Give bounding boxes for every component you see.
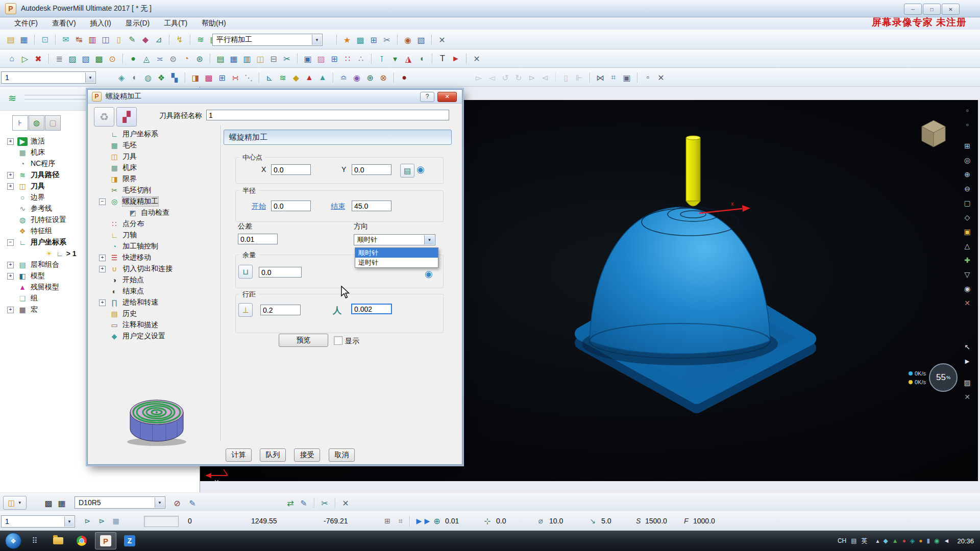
- ime-language[interactable]: CH: [838, 537, 846, 544]
- toolbar-icon[interactable]: ▻: [472, 71, 485, 84]
- dialog-close-button[interactable]: ✕: [437, 92, 457, 102]
- flag-icon[interactable]: ⊳: [82, 515, 93, 527]
- grid-icon[interactable]: ▦: [110, 515, 121, 527]
- viewport-tool-icon[interactable]: ▫: [962, 119, 973, 130]
- toolbar-icon[interactable]: ▲: [316, 71, 329, 84]
- dialog-tree-item[interactable]: ◔ 加工轴控制: [93, 241, 219, 252]
- dialog-tree-item[interactable]: ✂ 毛坯切削: [93, 185, 219, 196]
- toolbar-icon[interactable]: ≋: [276, 71, 289, 84]
- sphere-icon[interactable]: ◉: [416, 164, 425, 175]
- taskbar-browser-button[interactable]: [71, 533, 92, 549]
- toolbar-icon[interactable]: ▧: [414, 33, 428, 46]
- toolbar-icon[interactable]: ↹: [72, 33, 86, 46]
- toolbar-icon[interactable]: ▣: [301, 52, 314, 65]
- expand-toggle-icon[interactable]: +: [7, 262, 14, 268]
- toolbar-combo[interactable]: 1 ▼: [1, 71, 96, 84]
- toolbar-icon[interactable]: ≍: [153, 52, 166, 65]
- toolbar-icon[interactable]: ✉: [59, 33, 72, 46]
- expand-toggle-icon[interactable]: +: [7, 307, 14, 313]
- toolbar-icon[interactable]: ❖: [155, 71, 168, 84]
- toolbar-icon[interactable]: ≣: [53, 52, 66, 65]
- expand-toggle-icon[interactable]: −: [7, 239, 14, 246]
- viewport-tool-icon[interactable]: ✚: [962, 255, 973, 266]
- stepover-input[interactable]: [260, 305, 301, 315]
- toolbar-icon[interactable]: ◆: [289, 71, 303, 84]
- toolbar-icon[interactable]: ⊺: [375, 52, 388, 65]
- toolbar-icon[interactable]: ✂: [318, 496, 331, 510]
- viewport-tool-icon[interactable]: ⊕: [962, 169, 973, 180]
- toolbar-icon[interactable]: ≋: [194, 33, 207, 46]
- toolpath-panel-icon[interactable]: ≋: [5, 91, 19, 105]
- toolbar-icon[interactable]: ✕: [435, 33, 449, 46]
- toolbar-icon[interactable]: ⊗: [377, 71, 390, 84]
- toolbar-icon[interactable]: ▦: [227, 52, 240, 65]
- toolbar-icon[interactable]: ⊞: [367, 33, 380, 46]
- toolbar-icon[interactable]: ⊩: [573, 71, 586, 84]
- toolbar-icon[interactable]: ▨: [314, 52, 328, 65]
- viewport-tool-icon[interactable]: ⊞: [962, 140, 973, 152]
- toolbar-icon[interactable]: ▩: [42, 496, 55, 510]
- tray-icon[interactable]: ▲: [892, 537, 898, 544]
- toolbar-icon[interactable]: ▾: [388, 52, 402, 65]
- expand-toggle-icon[interactable]: −: [99, 198, 106, 205]
- dialog-tree-item[interactable]: ∷ 点分布: [93, 218, 219, 230]
- restore-button[interactable]: □: [923, 4, 941, 15]
- expand-toggle-icon[interactable]: +: [7, 273, 14, 280]
- radius-end-input[interactable]: [352, 201, 391, 211]
- toolbar-icon[interactable]: ⌗: [607, 71, 620, 84]
- toolbar-icon[interactable]: ●: [127, 52, 140, 65]
- menu-item[interactable]: 查看(V): [45, 18, 83, 29]
- toolbar-icon[interactable]: ⋈: [594, 71, 607, 84]
- viewport-tool-icon[interactable]: ↖: [962, 341, 973, 353]
- expand-toggle-icon[interactable]: +: [7, 138, 14, 145]
- toolbar-icon[interactable]: ↻: [512, 71, 525, 84]
- toolbar-icon[interactable]: ▤: [214, 52, 227, 65]
- edit-tool-icon[interactable]: ✎: [187, 497, 198, 509]
- toolbar-icon[interactable]: ⊿: [152, 33, 165, 46]
- toolbar-icon[interactable]: ⇄: [284, 496, 297, 510]
- explorer-tab[interactable]: ⊦: [12, 115, 28, 131]
- viewport-tool-icon[interactable]: ▣: [962, 226, 973, 237]
- dialog-tree-item[interactable]: ▤ 历史: [93, 308, 219, 319]
- tool-combo[interactable]: D10R5 ▼: [75, 496, 165, 509]
- toolbar-icon[interactable]: ▥: [86, 33, 99, 46]
- toolbar-icon[interactable]: T: [436, 52, 449, 65]
- toolbar-icon[interactable]: ⋱: [242, 71, 255, 84]
- toolbar-icon[interactable]: ∷: [341, 52, 354, 65]
- dialog-tree-item[interactable]: ▦ 机床: [93, 162, 219, 173]
- toolbar-icon[interactable]: ≏: [337, 71, 350, 84]
- toolbar-icon[interactable]: ◅: [485, 71, 499, 84]
- toolbar-icon[interactable]: ⊳: [525, 71, 538, 84]
- viewport-tool-icon[interactable]: ▨: [962, 377, 973, 388]
- toolpath-name-input[interactable]: [206, 110, 449, 120]
- toolbar-icon[interactable]: ◍: [141, 71, 155, 84]
- viewport-tool-icon[interactable]: ⊖: [962, 183, 973, 194]
- toolbar-icon[interactable]: ⊜: [166, 52, 180, 65]
- preview-button[interactable]: 预览: [279, 334, 328, 347]
- toolbar-icon[interactable]: ►: [449, 52, 462, 65]
- toolbar-icon[interactable]: ◔: [180, 52, 193, 65]
- viewport-tool-icon[interactable]: △: [962, 240, 973, 252]
- toolbar-icon[interactable]: ▨: [66, 52, 79, 65]
- tool-menu-button[interactable]: ◫▼: [3, 496, 27, 510]
- menu-item[interactable]: 帮助(H): [194, 18, 233, 29]
- toolbar-icon[interactable]: ▥: [240, 52, 254, 65]
- toolbar-icon[interactable]: ∺: [229, 71, 242, 84]
- toolbar-icon[interactable]: ✖: [32, 52, 45, 65]
- thickness-input[interactable]: [259, 267, 302, 278]
- toolbar-icon[interactable]: ✕: [339, 496, 352, 510]
- toolbar-icon[interactable]: ✕: [470, 52, 483, 65]
- taskbar-app-button[interactable]: Z: [119, 533, 140, 549]
- toolbar-icon[interactable]: ▧: [79, 52, 92, 65]
- chevron-down-icon[interactable]: ▼: [155, 497, 164, 508]
- tray-icon[interactable]: ◈: [910, 537, 915, 544]
- toolbar-icon[interactable]: ◉: [401, 33, 414, 46]
- viewport-tool-icon[interactable]: ✕: [962, 391, 973, 403]
- chevron-down-icon[interactable]: ▼: [64, 516, 74, 527]
- viewport-tool-icon[interactable]: ◇: [962, 212, 973, 223]
- toolbar-icon[interactable]: ▷: [18, 52, 32, 65]
- toolbar-icon[interactable]: ◈: [115, 71, 128, 84]
- recycle-mode-button[interactable]: ♻: [94, 107, 114, 127]
- taskbar-powermill-button[interactable]: P: [95, 532, 116, 549]
- chevron-down-icon[interactable]: ▼: [424, 235, 434, 244]
